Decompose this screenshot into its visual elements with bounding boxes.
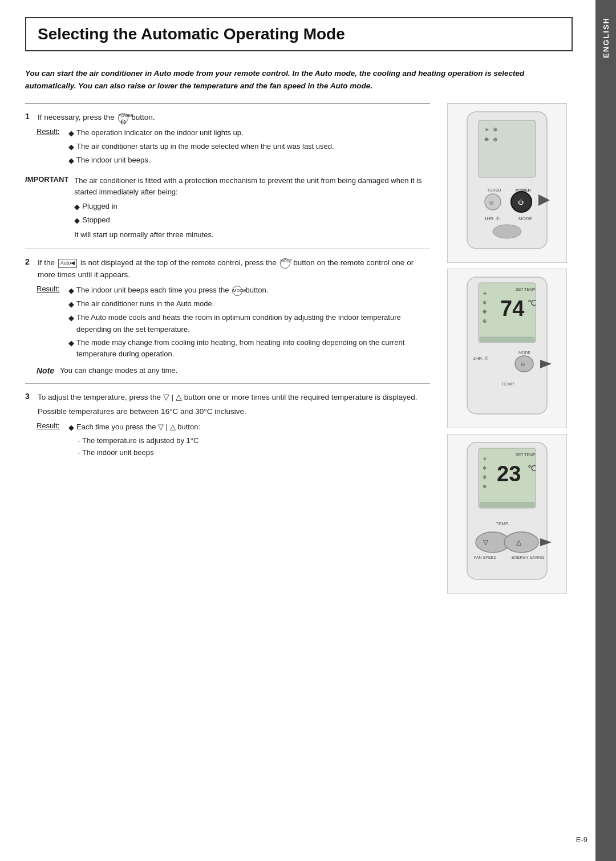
- svg-text:▽: ▽: [483, 538, 489, 546]
- step-2-num: 2: [25, 257, 34, 266]
- mode-inline-icon: MODE: [232, 286, 242, 296]
- svg-point-45: [504, 532, 538, 553]
- step-3-text: To adjust the temperature, press the ▽ |…: [38, 392, 418, 418]
- auto-symbol-icon: Auto◀: [58, 259, 78, 268]
- diamond-icon: ◆: [68, 299, 74, 311]
- result-item-text: Each time you press the ▽ | △ button:: [76, 421, 200, 433]
- step-2-result-label: Result:: [37, 285, 64, 293]
- page-wrapper: ENGLISH Selecting the Automatic Operatin…: [0, 0, 616, 861]
- remote-illustration-1: ☀ ❄ ❋ ⊕ TURBO POWER ⏻ ◎: [447, 103, 567, 263]
- step-2-text: If the Auto◀ is not displayed at the top…: [38, 257, 430, 281]
- svg-text:1HR. ①: 1HR. ①: [484, 216, 500, 221]
- step-3-result-label: Result:: [37, 421, 64, 430]
- mode-button-icon: MODE: [280, 258, 290, 269]
- step-2-section: 2 If the Auto◀ is not displayed at the t…: [25, 249, 430, 375]
- diamond-icon: ◆: [74, 201, 80, 213]
- diamond-icon: ◆: [68, 141, 74, 153]
- power-button-icon: POWER ⏻: [118, 113, 128, 123]
- sub-bullet-1: - The temperature is adjusted by 1°C: [78, 435, 200, 447]
- page-title: Selecting the Automatic Operating Mode: [38, 25, 560, 43]
- step-3-result-row: Result: ◆ Each time you press the ▽ | △ …: [37, 421, 430, 458]
- step-1-result-items: ◆ The operation indicator on the indoor …: [68, 127, 334, 168]
- result-item: ◆ The operation indicator on the indoor …: [68, 127, 334, 140]
- svg-text:❋: ❋: [483, 474, 487, 480]
- svg-rect-25: [480, 337, 534, 342]
- result-item: ◆ The indoor unit beeps.: [68, 155, 334, 167]
- result-item: ◆ The air conditioner runs in the Auto m…: [68, 298, 430, 311]
- svg-text:MODE: MODE: [518, 216, 532, 221]
- svg-text:⊕: ⊕: [483, 484, 487, 489]
- remote-illustration-3: SET TEMP 23 ℃ ☀ ❄ ❋ ⊕ TEMP.: [447, 434, 567, 594]
- result-item: ◆ The air conditioner starts up in the m…: [68, 141, 334, 153]
- result-item-text: The operation indicator on the indoor un…: [76, 127, 244, 139]
- svg-text:TEMP.: TEMP.: [496, 521, 509, 526]
- diamond-icon: ◆: [68, 285, 74, 297]
- svg-text:⏻: ⏻: [518, 199, 524, 205]
- svg-text:1HR. ①: 1HR. ①: [473, 356, 488, 361]
- svg-text:⊕: ⊕: [493, 136, 497, 143]
- step-3-header: 3 To adjust the temperature, press the ▽…: [25, 392, 430, 418]
- important-bullet-text: Plugged in: [82, 201, 117, 213]
- result-item: ◆ Each time you press the ▽ | △ button:: [68, 421, 200, 434]
- important-footer: It will start up normally after three mi…: [74, 229, 430, 241]
- page-number: E-9: [576, 835, 587, 844]
- step-1-text: If necessary, press the POWER ⏻ button.: [38, 112, 155, 124]
- left-column: 1 If necessary, press the POWER ⏻ button…: [25, 103, 430, 594]
- svg-text:MODE: MODE: [518, 351, 530, 355]
- important-title-text: PORTANT: [33, 175, 68, 184]
- svg-text:☀: ☀: [483, 456, 487, 462]
- step-3-result-items: ◆ Each time you press the ▽ | △ button: …: [68, 421, 200, 458]
- important-bullet: ◆ Stopped: [74, 214, 430, 227]
- result-item-text: The air conditioner runs in the Auto mod…: [76, 298, 214, 310]
- svg-text:△: △: [516, 538, 522, 546]
- step-3-extra: Possible temperatures are between 16°C a…: [38, 406, 418, 418]
- svg-text:ENERGY SAVING: ENERGY SAVING: [512, 555, 544, 559]
- svg-text:FAN SPEED: FAN SPEED: [474, 555, 496, 559]
- svg-point-15: [493, 225, 521, 238]
- two-column-layout: 1 If necessary, press the POWER ⏻ button…: [25, 103, 573, 594]
- result-item-text: The mode may change from cooling into he…: [76, 337, 430, 361]
- svg-text:☀: ☀: [484, 127, 489, 133]
- result-item-text: The indoor unit beeps.: [76, 155, 150, 166]
- svg-text:SET TEMP: SET TEMP: [516, 287, 536, 291]
- diamond-icon: ◆: [68, 338, 74, 350]
- intro-paragraph: You can start the air conditioner in Aut…: [25, 67, 573, 92]
- svg-text:❋: ❋: [484, 136, 489, 143]
- important-block: IMPORTANT The air conditioner is fitted …: [25, 175, 430, 241]
- important-bullet-text: Stopped: [82, 214, 110, 226]
- result-item: ◆ The indoor unit beeps each time you pr…: [68, 285, 430, 297]
- sidebar-label: ENGLISH: [602, 17, 610, 58]
- diamond-icon: ◆: [74, 215, 80, 227]
- note-text: You can change modes at any time.: [60, 366, 177, 375]
- sub-bullet-2: - The indoor unit beeps: [78, 447, 200, 459]
- step-1-result-row: Result: ◆ The operation indicator on the…: [37, 127, 430, 168]
- step-1-num: 1: [25, 112, 34, 121]
- main-content: Selecting the Automatic Operating Mode Y…: [0, 0, 595, 861]
- sidebar-english: ENGLISH: [595, 0, 616, 861]
- important-bullet: ◆ Plugged in: [74, 201, 430, 213]
- step-3-num: 3: [25, 392, 34, 401]
- note-label: Note: [37, 366, 54, 375]
- svg-text:◎: ◎: [489, 200, 494, 205]
- svg-text:⊙: ⊙: [521, 362, 525, 367]
- result-item: ◆ The Auto mode cools and heats the room…: [68, 312, 430, 336]
- svg-text:❄: ❄: [483, 465, 487, 471]
- note-row: Note You can change modes at any time.: [37, 366, 430, 375]
- step-3-section: 3 To adjust the temperature, press the ▽…: [25, 383, 430, 458]
- result-item-text: The indoor unit beeps each time you pres…: [76, 285, 268, 297]
- diamond-icon: ◆: [68, 312, 74, 324]
- title-box: Selecting the Automatic Operating Mode: [25, 17, 573, 51]
- result-item-text: The air conditioner starts up in the mod…: [76, 141, 334, 153]
- important-label: IMPORTANT: [25, 175, 68, 184]
- important-text: The air conditioner is fitted with a pro…: [74, 175, 430, 241]
- important-main-text: The air conditioner is fitted with a pro…: [74, 176, 422, 197]
- result-item-text: The Auto mode cools and heats the room i…: [76, 312, 430, 336]
- diamond-icon: ◆: [68, 128, 74, 140]
- svg-text:❄: ❄: [483, 300, 487, 306]
- step-1-header: 1 If necessary, press the POWER ⏻ button…: [25, 112, 430, 124]
- diamond-icon: ◆: [68, 155, 74, 167]
- svg-text:TEMP.: TEMP.: [501, 381, 514, 387]
- diamond-icon: ◆: [68, 422, 74, 434]
- svg-text:❄: ❄: [493, 127, 497, 133]
- remote-illustration-2: SET TEMP 74 ℃ ☀ ❄ ❋ ⊕ 1HR. ①: [447, 269, 567, 428]
